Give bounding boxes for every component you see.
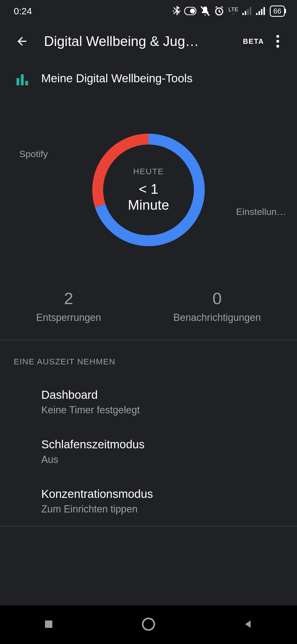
svg-rect-7 — [245, 11, 246, 15]
setting-subtitle: Zum Einrichten tippen — [41, 503, 283, 515]
svg-rect-8 — [247, 9, 249, 15]
svg-rect-9 — [250, 7, 251, 15]
svg-point-20 — [143, 618, 154, 630]
setting-bedtime-mode[interactable]: Schlafenszeitmodus Aus — [0, 427, 297, 476]
svg-rect-19 — [45, 621, 53, 628]
notifications-value: 0 — [173, 289, 261, 308]
notifications-label: Benachrichtigungen — [173, 312, 261, 323]
triangle-back-icon — [243, 619, 254, 630]
usage-donut-chart[interactable]: HEUTE < 1 Minute Spotify Einstellun… — [0, 105, 297, 275]
dnd-icon — [184, 7, 196, 15]
square-icon — [43, 619, 54, 630]
setting-dashboard[interactable]: Dashboard Keine Timer festgelegt — [0, 377, 297, 427]
mute-icon — [200, 6, 210, 17]
circle-icon — [141, 616, 156, 632]
app-bar: Digital Wellbeing & Jug… BETA — [0, 22, 297, 61]
svg-point-0 — [173, 10, 174, 12]
system-nav-bar — [0, 605, 297, 644]
donut-label-settings: Einstellun… — [236, 206, 286, 217]
overflow-menu-button[interactable] — [267, 30, 289, 52]
setting-subtitle: Aus — [41, 454, 283, 465]
signal-icon — [242, 7, 252, 15]
svg-rect-11 — [258, 11, 260, 15]
stats-row: 2 Entsperrungen 0 Benachrichtigungen — [0, 275, 297, 340]
svg-rect-6 — [242, 13, 244, 15]
battery-icon: 66 — [270, 6, 285, 17]
svg-point-15 — [276, 40, 279, 43]
donut-title: HEUTE — [118, 167, 179, 176]
unlocks-stat[interactable]: 2 Entsperrungen — [36, 289, 101, 323]
status-icons: LTE ↓↑ 66 — [173, 6, 286, 17]
page-title: Digital Wellbeing & Jug… — [44, 33, 237, 49]
signal-icon-2 — [256, 7, 266, 15]
svg-rect-10 — [256, 13, 257, 15]
lte-icon: LTE ↓↑ — [228, 7, 238, 15]
status-bar: 0:24 LTE ↓↑ 66 — [0, 0, 297, 22]
svg-point-14 — [276, 35, 279, 38]
notifications-stat[interactable]: 0 Benachrichtigungen — [173, 289, 261, 323]
alarm-icon — [214, 6, 224, 16]
donut-center-value: < 1 Minute — [118, 181, 179, 213]
setting-title: Schlafenszeitmodus — [41, 438, 283, 451]
divider — [0, 526, 297, 526]
donut-label-spotify: Spotify — [19, 149, 48, 159]
arrow-back-icon — [15, 35, 29, 48]
unlocks-label: Entsperrungen — [36, 312, 101, 323]
wellbeing-tools-label: Meine Digital Wellbeing-Tools — [41, 72, 193, 85]
svg-rect-12 — [261, 9, 262, 15]
nav-recent-button[interactable] — [43, 619, 54, 631]
bluetooth-icon — [173, 6, 180, 17]
bar-chart-icon — [16, 72, 30, 85]
svg-point-1 — [179, 10, 181, 12]
more-vert-icon — [273, 35, 282, 48]
nav-home-button[interactable] — [141, 616, 156, 633]
setting-title: Konzentrationsmodus — [41, 487, 283, 501]
setting-focus-mode[interactable]: Konzentrationsmodus Zum Einrichten tippe… — [0, 476, 297, 526]
section-header-auszeit: EINE AUSZEIT NEHMEN — [0, 340, 297, 377]
svg-point-3 — [190, 9, 195, 13]
back-button[interactable] — [11, 30, 33, 52]
beta-badge: BETA — [243, 37, 264, 46]
nav-back-button[interactable] — [243, 619, 254, 631]
setting-title: Dashboard — [41, 388, 283, 402]
wellbeing-tools-row[interactable]: Meine Digital Wellbeing-Tools — [0, 61, 297, 94]
setting-subtitle: Keine Timer festgelegt — [41, 404, 283, 416]
status-time: 0:24 — [14, 6, 32, 17]
unlocks-value: 2 — [36, 289, 101, 308]
svg-rect-13 — [263, 7, 265, 15]
svg-point-16 — [276, 45, 279, 48]
